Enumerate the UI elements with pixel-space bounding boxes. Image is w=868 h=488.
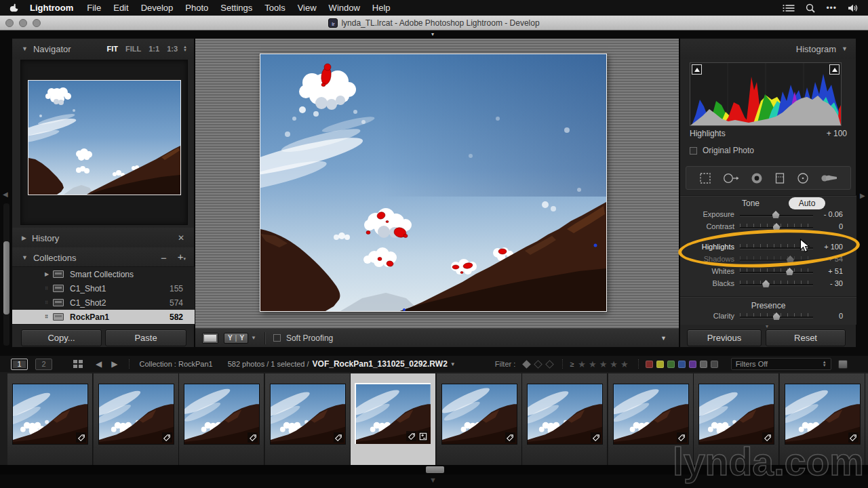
- navigator-preview-image[interactable]: [28, 80, 181, 195]
- histogram-chart[interactable]: [690, 63, 841, 125]
- filmstrip-cell[interactable]: [522, 373, 608, 465]
- keyword-tag-badge-icon[interactable]: [162, 432, 172, 443]
- collection-item[interactable]: ▶Smart Collections: [12, 267, 195, 281]
- slider-blacks[interactable]: Blacks- 30: [680, 277, 856, 291]
- keyword-tag-badge-icon[interactable]: [334, 432, 344, 443]
- slider-clarity[interactable]: Clarity0: [680, 310, 856, 323]
- menu-file[interactable]: File: [81, 0, 107, 16]
- menu-settings[interactable]: Settings: [214, 0, 258, 16]
- spot-removal-icon[interactable]: [723, 173, 739, 184]
- color-label-icon[interactable]: [656, 361, 664, 368]
- radial-filter-icon[interactable]: [797, 172, 809, 184]
- highlight-clipping-icon[interactable]: [829, 64, 840, 75]
- flag-filter-icon[interactable]: [522, 360, 531, 369]
- collection-breadcrumb[interactable]: Collection : RockPan1: [139, 360, 212, 368]
- window-button-1[interactable]: 1: [11, 359, 28, 370]
- keyword-tag-badge-icon[interactable]: [591, 432, 601, 443]
- menu-edit[interactable]: Edit: [107, 0, 134, 16]
- filters-dropdown[interactable]: Filters Off ▲▼: [731, 358, 831, 370]
- slider-highlights[interactable]: Highlights+ 100: [680, 241, 856, 254]
- keyword-tag-badge-icon[interactable]: [406, 431, 416, 441]
- color-label-icon[interactable]: [689, 361, 696, 368]
- slider-contrast[interactable]: Contrast0: [680, 220, 856, 234]
- menu-help[interactable]: Help: [366, 0, 397, 16]
- list-icon[interactable]: [783, 4, 795, 12]
- star-filter-icon[interactable]: ★: [589, 359, 599, 369]
- zoom-mode-1:3[interactable]: 1:3: [167, 45, 178, 53]
- slider-thumb[interactable]: [772, 211, 780, 218]
- menu-view[interactable]: View: [292, 0, 323, 16]
- slider-track[interactable]: [740, 272, 813, 273]
- apple-menu-icon[interactable]: [9, 3, 18, 13]
- star-filter-icon[interactable]: ★: [620, 359, 631, 369]
- keyword-tag-badge-icon[interactable]: [505, 432, 515, 443]
- filmstrip-thumbnail[interactable]: [698, 384, 774, 445]
- slider-exposure[interactable]: Exposure- 0.06: [680, 208, 856, 222]
- histogram-header[interactable]: Histogram ▼: [680, 39, 856, 59]
- color-label-icon[interactable]: [711, 361, 718, 368]
- top-panel-collapse-icon[interactable]: ▾: [431, 32, 434, 37]
- filmstrip-cell[interactable]: [94, 373, 179, 465]
- add-collection-icon[interactable]: +▾: [178, 251, 186, 264]
- filmstrip-collapse-icon[interactable]: ▼: [429, 476, 437, 484]
- crop-overlay-icon[interactable]: [699, 172, 711, 184]
- right-panel-show-icon[interactable]: ▶: [860, 192, 865, 199]
- loupe-view-icon[interactable]: [202, 333, 218, 344]
- filmstrip-thumbnail[interactable]: [527, 384, 603, 445]
- slider-whites[interactable]: Whites+ 51: [680, 265, 856, 279]
- filmstrip-cell[interactable]: [179, 373, 264, 465]
- collection-item[interactable]: ⠿C1_Shot2574: [12, 296, 195, 310]
- filmstrip-thumbnail[interactable]: [613, 384, 689, 445]
- original-photo-checkbox[interactable]: [690, 147, 697, 155]
- filmstrip-thumbnail[interactable]: [355, 383, 431, 444]
- left-scrollbar-thumb[interactable]: [3, 241, 9, 314]
- collection-item[interactable]: ⠿RockPan1582: [12, 310, 195, 324]
- remove-collection-icon[interactable]: −: [161, 253, 167, 263]
- color-label-icon[interactable]: [678, 361, 686, 368]
- filmstrip-cell[interactable]: [865, 373, 868, 465]
- filmstrip-thumbnail[interactable]: [184, 384, 260, 445]
- star-filter-icon[interactable]: ★: [599, 359, 610, 369]
- filmstrip-cell[interactable]: [351, 373, 436, 465]
- flag-filter-icon[interactable]: [534, 360, 542, 369]
- slider-shadows[interactable]: Shadows+ 54: [680, 253, 856, 266]
- flag-filter-icon[interactable]: [545, 360, 554, 369]
- collections-header[interactable]: ▼ Collections − +▾: [12, 247, 194, 268]
- collection-item[interactable]: ⠿C1_Shot1155: [12, 281, 195, 296]
- red-eye-icon[interactable]: [751, 172, 763, 184]
- window-title-bar[interactable]: lr lynda_TL.lrcat - Adobe Photoshop Ligh…: [0, 16, 868, 30]
- volume-icon[interactable]: [848, 4, 859, 12]
- filmstrip-thumbnail[interactable]: [785, 384, 861, 445]
- slider-track[interactable]: [740, 284, 813, 285]
- previous-photo-icon[interactable]: ◀: [96, 359, 102, 369]
- before-after-icon[interactable]: Y|Y: [224, 333, 248, 344]
- current-filename[interactable]: VOF_RockPan1_131025_0292.RW2: [313, 359, 448, 369]
- filmstrip-thumbnail[interactable]: [98, 384, 174, 445]
- filmstrip-thumbnail[interactable]: [270, 384, 346, 445]
- filename-dropdown-icon[interactable]: ▼: [450, 361, 456, 367]
- star-filter-icon[interactable]: ★: [610, 359, 620, 369]
- color-label-icon[interactable]: [667, 361, 675, 368]
- keyword-tag-badge-icon[interactable]: [248, 432, 258, 443]
- shadow-clipping-icon[interactable]: [692, 64, 702, 75]
- color-label-icon[interactable]: [700, 361, 707, 368]
- zoom-mode-fit[interactable]: FIT: [107, 45, 119, 53]
- adjustment-brush-icon[interactable]: [821, 174, 838, 183]
- search-icon[interactable]: [806, 3, 815, 13]
- more-icon[interactable]: •••: [826, 3, 837, 13]
- clear-history-icon[interactable]: ✕: [178, 233, 184, 243]
- navigator-header[interactable]: ▼ Navigator FITFILL1:11:3 ▲▼: [12, 39, 194, 59]
- menu-lightroom[interactable]: Lightroom: [22, 0, 81, 16]
- copy-button[interactable]: Copy...: [21, 329, 102, 346]
- filmstrip-scrollbar-thumb[interactable]: [426, 466, 444, 473]
- filmstrip-cell[interactable]: [265, 373, 351, 465]
- filter-lock-icon[interactable]: [838, 360, 848, 369]
- before-after-dropdown-icon[interactable]: ▼: [251, 335, 256, 341]
- left-panel-show-icon[interactable]: ◀: [3, 191, 8, 198]
- zoom-stepper-icon[interactable]: ▲▼: [183, 45, 187, 52]
- window-button-2[interactable]: 2: [35, 359, 52, 370]
- grid-view-icon[interactable]: [73, 360, 83, 368]
- previous-button[interactable]: Previous: [687, 329, 762, 346]
- zoom-mode-1:1[interactable]: 1:1: [149, 45, 159, 53]
- soft-proofing-checkbox[interactable]: [273, 334, 281, 342]
